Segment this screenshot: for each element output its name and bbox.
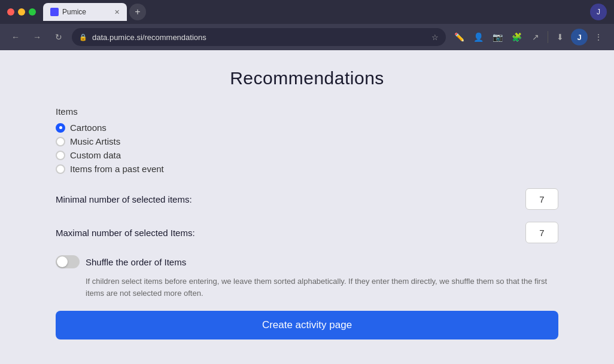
page-content: Recommendations Items Cartoons Music Art… [0,50,614,364]
address-bar[interactable]: 🔒 data.pumice.si/recommendations ☆ [72,28,446,46]
shuffle-label: Shuffle the order of Items [86,257,186,267]
browser-chrome: Pumice ✕ + J ← → ↻ 🔒 data.pumice.si/reco… [0,0,614,50]
max-items-label: Maximal number of selected Items: [56,228,525,238]
radio-label-custom-data: Custom data [70,150,121,160]
radio-group: Cartoons Music Artists Custom data Items… [56,123,558,174]
user-avatar[interactable]: J [571,29,588,45]
radio-label-music-artists: Music Artists [70,136,120,146]
tab-title: Pumice [62,8,111,16]
tab-close-button[interactable]: ✕ [114,9,120,16]
camera-icon[interactable]: 📷 [489,29,506,45]
radio-cartoons[interactable] [56,123,65,133]
radio-music-artists[interactable] [56,137,65,146]
create-activity-button[interactable]: Create activity page [56,311,558,339]
maximize-traffic-light[interactable] [29,8,36,16]
radio-option-custom-data[interactable]: Custom data [56,150,558,160]
radio-past-event[interactable] [56,164,65,174]
radio-label-cartoons: Cartoons [70,123,107,133]
back-button[interactable]: ← [7,29,24,45]
title-bar: Pumice ✕ + J [0,0,614,24]
tab-favicon [50,8,59,16]
tab-bar: Pumice ✕ + [43,3,590,21]
url-text: data.pumice.si/recommendations [92,33,427,42]
shuffle-toggle[interactable] [56,255,80,268]
radio-option-cartoons[interactable]: Cartoons [56,123,558,133]
radio-custom-data[interactable] [56,151,65,160]
nav-bar: ← → ↻ 🔒 data.pumice.si/recommendations ☆… [0,24,614,50]
active-tab[interactable]: Pumice ✕ [43,3,127,21]
minimize-traffic-light[interactable] [18,8,25,16]
separator [548,31,548,43]
items-section: Items Cartoons Music Artists Custom data [56,106,558,174]
items-label: Items [56,106,558,117]
more-options-icon[interactable]: ⋮ [590,29,607,45]
min-items-label: Minimal number of selected items: [56,194,525,204]
max-items-input[interactable]: 7 [525,222,558,243]
shuffle-row: Shuffle the order of Items [56,255,558,268]
max-items-row: Maximal number of selected Items: 7 [56,222,558,243]
min-items-input[interactable]: 7 [525,188,558,210]
close-traffic-light[interactable] [7,8,14,16]
security-icon: 🔒 [79,33,87,41]
shuffle-description: If children select items before entering… [86,276,558,299]
radio-option-music-artists[interactable]: Music Artists [56,136,558,146]
traffic-lights [7,8,36,16]
profile-menu-button[interactable]: J [590,4,607,20]
new-tab-button[interactable]: + [129,4,146,20]
toggle-knob [57,256,68,267]
share-icon[interactable]: ↗ [527,29,544,45]
form-container: Items Cartoons Music Artists Custom data [50,106,564,339]
radio-label-past-event: Items from a past event [70,164,164,174]
extensions-icon[interactable]: 🧩 [508,29,525,45]
refresh-button[interactable]: ↻ [50,29,67,45]
radio-option-past-event[interactable]: Items from a past event [56,164,558,174]
download-icon[interactable]: ⬇ [552,29,569,45]
bookmark-icon[interactable]: ☆ [431,33,439,42]
nav-actions: ✏️ 👤 📷 🧩 ↗ ⬇ J ⋮ [451,29,607,45]
page-title: Recommendations [12,68,602,88]
profile-icon[interactable]: 👤 [470,29,487,45]
forward-button[interactable]: → [29,29,45,45]
pen-icon[interactable]: ✏️ [451,29,467,45]
min-items-row: Minimal number of selected items: 7 [56,188,558,210]
